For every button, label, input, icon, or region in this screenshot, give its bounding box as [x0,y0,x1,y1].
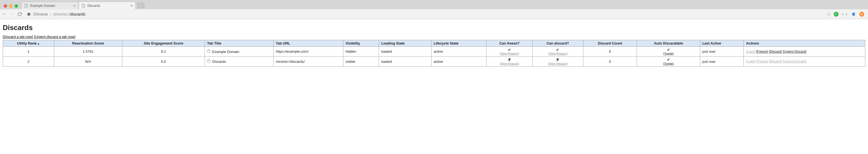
col-can-freeze[interactable]: Can freeze? [486,40,532,47]
check-icon: ✔ [535,48,581,52]
view-reason-link[interactable]: [View Reason] [489,52,530,55]
cell-discard-count: 0 [583,47,637,56]
browser-tab-0[interactable]: Example Domain × [21,2,79,9]
top-action-links: [Discard a tab now] [Urgent discard a ta… [3,35,865,39]
toggle-link[interactable]: [Toggle] [639,62,698,65]
tab-strip: Example Domain × Discards × [0,0,868,9]
extension-icon-3[interactable]: U [859,12,864,17]
col-site-engagement-score[interactable]: Site Engagement Score [122,40,205,47]
check-icon: ✔ [489,48,530,52]
col-loading-state[interactable]: Loading State [379,40,431,47]
cell-can-discard: ✔[View Reason] [533,47,583,56]
site-info-icon[interactable] [27,12,31,17]
cell-can-discard: ✘[View Reason] [533,56,583,66]
extension-icon-1[interactable]: ✓ [834,12,839,17]
col-utility-rank[interactable]: Utility Rank▲ [3,40,54,47]
sort-asc-icon: ▲ [37,42,40,45]
cell-utility-rank: 1 [3,47,54,56]
cell-tab-url: chrome://discards/ [274,56,343,66]
toolbar-actions: ☆ ✓ ● ● U [827,11,866,17]
cell-tab-title: Example Domain [205,47,274,56]
close-window-button[interactable] [4,4,7,8]
tab-title: Discards [88,4,128,8]
toolbar: ← → Chrome | chrome://discards ☆ ✓ ● ● U [0,9,868,19]
cell-tab-url: https://example.com/ [274,47,343,56]
cell-visibility: visible [343,56,379,66]
toggle-link[interactable]: [Toggle] [639,52,698,55]
close-tab-icon[interactable]: × [130,4,133,8]
page-icon [207,49,211,53]
col-auto-discardable[interactable]: Auto Discardable [637,40,700,47]
cell-lifecycle-state: active [431,56,486,66]
window-controls [2,4,21,9]
cell-visibility: hidden [343,47,379,56]
close-tab-icon[interactable]: × [73,4,75,8]
browser-tab-1[interactable]: Discards × [79,2,136,9]
load-action: [Load] [746,59,755,63]
cell-auto-discardable: ✔[Toggle] [637,56,700,66]
omnibox[interactable]: Chrome | chrome://discards [25,11,824,18]
minimize-window-button[interactable] [9,4,12,8]
cell-tab-title: Discards [205,56,274,66]
urgent-discard-action: [Urgent Discard] [783,59,806,63]
cell-reactivation-score: 1.5781 [54,47,122,56]
col-tab-url[interactable]: Tab URL [274,40,343,47]
col-reactivation-score[interactable]: Reactivation Score [54,40,122,47]
cell-reactivation-score: N/A [54,56,122,66]
check-icon: ✘ [489,58,530,62]
maximize-window-button[interactable] [15,4,18,8]
discard-action: [Discard] [769,59,782,63]
svg-rect-2 [29,13,29,14]
cell-site-engagement-score: 8.1 [122,47,205,56]
col-can-discard[interactable]: Can discard? [533,40,583,47]
cell-site-engagement-score: 0.0 [122,56,205,66]
urgent-discard-action[interactable]: [Urgent Discard] [783,50,806,53]
bookmark-star-icon[interactable]: ☆ [827,11,830,17]
cell-lifecycle-state: active [431,47,486,56]
page-icon [24,4,28,8]
col-discard-count[interactable]: Discard Count [583,40,637,47]
extension-shield-icon[interactable] [851,12,856,17]
back-button[interactable]: ← [2,11,7,17]
discards-table: Utility Rank▲ Reactivation Score Site En… [3,40,865,67]
cell-auto-discardable: ✔[Toggle] [637,47,700,56]
view-reason-link[interactable]: [View Reason] [489,62,530,65]
page-content: Discards [Discard a tab now] [Urgent dis… [0,19,868,72]
cell-last-active: just now [700,47,743,56]
urgent-discard-tab-now-link[interactable]: [Urgent discard a tab now] [34,35,75,39]
table-header-row: Utility Rank▲ Reactivation Score Site En… [3,40,865,47]
tab-title: Example Domain [30,4,71,8]
page-icon [82,4,85,8]
check-icon: ✘ [535,58,581,62]
freeze-action: [Freeze] [756,59,768,63]
table-row: 2N/A0.0Discardschrome://discards/visible… [3,56,865,66]
discard-action[interactable]: [Discard] [769,50,782,53]
extension-icon-2[interactable]: ● ● [842,12,848,16]
col-tab-title[interactable]: Tab Title [205,40,274,47]
freeze-action[interactable]: [Freeze] [756,50,768,53]
cell-actions: [Load] [Freeze] [Discard] [Urgent Discar… [744,47,865,56]
col-actions[interactable]: Actions [744,40,865,47]
page-heading: Discards [3,24,865,32]
cell-loading-state: loaded [379,56,431,66]
view-reason-link[interactable]: [View Reason] [535,52,581,55]
browser-chrome: Example Domain × Discards × ← → Chrome |… [0,0,868,19]
omnibox-scheme-label: Chrome [33,12,48,17]
col-lifecycle-state[interactable]: Lifecycle State [431,40,486,47]
cell-utility-rank: 2 [3,56,54,66]
new-tab-button[interactable] [137,3,145,8]
col-visibility[interactable]: Visibility [343,40,379,47]
discard-tab-now-link[interactable]: [Discard a tab now] [3,35,33,39]
cell-can-freeze: ✔[View Reason] [486,47,532,56]
view-reason-link[interactable]: [View Reason] [535,62,581,65]
check-icon: ✔ [639,58,698,62]
svg-rect-1 [29,14,29,15]
forward-button[interactable]: → [10,11,15,17]
table-row: 11.57818.1Example Domainhttps://example.… [3,47,865,56]
check-icon: ✔ [639,48,698,52]
cell-loading-state: loaded [379,47,431,56]
col-last-active[interactable]: Last Active [700,40,743,47]
load-action: [Load] [746,50,755,53]
reload-button[interactable] [18,12,22,17]
cell-discard-count: 0 [583,56,637,66]
